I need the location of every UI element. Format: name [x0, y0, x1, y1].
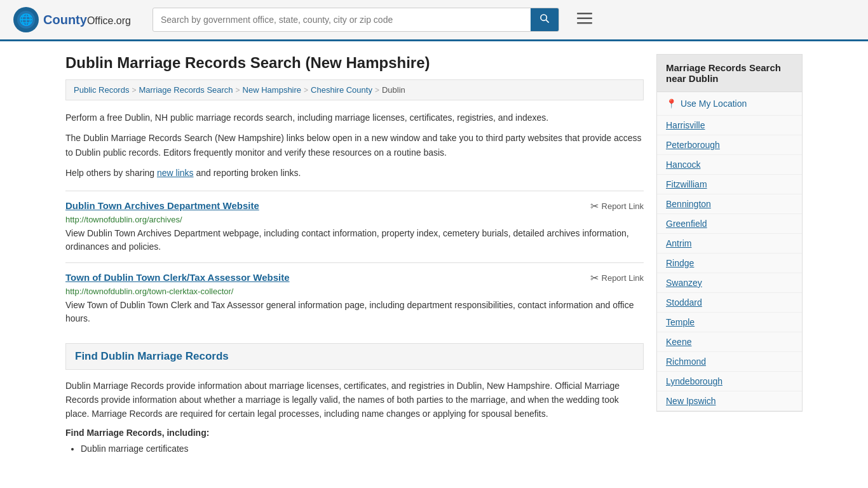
- logo-icon: 🌐: [13, 6, 39, 33]
- search-bar: [153, 8, 559, 32]
- sidebar-title: Marriage Records Search near Dublin: [657, 55, 802, 92]
- sidebar-link-rindge[interactable]: Rindge: [657, 254, 802, 273]
- help-text: Help others by sharing new links and rep…: [65, 166, 644, 180]
- resource-desc-2: View Town of Dublin Town Clerk and Tax A…: [65, 299, 644, 325]
- logo[interactable]: 🌐 CountyOffice.org: [13, 6, 140, 33]
- resource-url-2[interactable]: http://townofdublin.org/town-clerktax-co…: [65, 287, 644, 296]
- svg-rect-6: [577, 18, 592, 20]
- find-list: Dublin marriage certificates: [81, 442, 644, 457]
- sidebar-link-bennington[interactable]: Bennington: [657, 194, 802, 214]
- sidebar-link-richmond[interactable]: Richmond: [657, 352, 802, 372]
- breadcrumb-marriage-records-search[interactable]: Marriage Records Search: [139, 85, 233, 95]
- find-desc: Dublin Marriage Records provide informat…: [65, 379, 644, 421]
- search-input[interactable]: [153, 10, 531, 30]
- report-icon-2: ✂: [590, 272, 599, 284]
- location-icon: 📍: [666, 98, 677, 109]
- find-section-title: Find Dublin Marriage Records: [75, 350, 634, 363]
- sidebar-box: Marriage Records Search near Dublin 📍 Us…: [656, 54, 803, 412]
- site-header: 🌐 CountyOffice.org: [0, 0, 868, 41]
- search-button[interactable]: [531, 8, 559, 31]
- resource-title-2[interactable]: Town of Dublin Town Clerk/Tax Assessor W…: [65, 272, 290, 283]
- breadcrumb-new-hampshire[interactable]: New Hampshire: [243, 85, 301, 95]
- find-list-item-1: Dublin marriage certificates: [81, 442, 644, 457]
- sidebar-link-new-ipswich[interactable]: New Ipswich: [657, 391, 802, 411]
- breadcrumb-dublin: Dublin: [382, 85, 405, 95]
- sidebar-link-fitzwilliam[interactable]: Fitzwilliam: [657, 175, 802, 194]
- svg-line-4: [546, 20, 548, 22]
- intro-text-2: The Dublin Marriage Records Search (New …: [65, 131, 644, 159]
- svg-point-3: [541, 15, 546, 20]
- new-links-link[interactable]: new links: [157, 168, 194, 178]
- find-section: Find Dublin Marriage Records: [65, 343, 644, 370]
- page-title: Dublin Marriage Records Search (New Hamp…: [65, 54, 644, 72]
- svg-rect-7: [577, 22, 592, 24]
- svg-rect-5: [577, 13, 592, 15]
- resource-desc-1: View Dublin Town Archives Department web…: [65, 227, 644, 254]
- sidebar-link-greenfield[interactable]: Greenfield: [657, 214, 802, 234]
- report-link-1[interactable]: ✂ Report Link: [590, 200, 644, 212]
- sidebar-link-temple[interactable]: Temple: [657, 313, 802, 332]
- resource-card-2: Town of Dublin Town Clerk/Tax Assessor W…: [65, 262, 644, 334]
- sidebar-link-peterborough[interactable]: Peterborough: [657, 135, 802, 155]
- main-layout: Dublin Marriage Records Search (New Hamp…: [53, 41, 815, 457]
- resource-url-1[interactable]: http://townofdublin.org/archives/: [65, 215, 644, 224]
- sidebar: Marriage Records Search near Dublin 📍 Us…: [656, 54, 803, 457]
- logo-text: CountyOffice.org: [43, 13, 131, 27]
- breadcrumb-public-records[interactable]: Public Records: [74, 85, 129, 95]
- sidebar-link-stoddard[interactable]: Stoddard: [657, 293, 802, 313]
- sidebar-link-lyndeborough[interactable]: Lyndeborough: [657, 372, 802, 391]
- find-includes-title: Find Marriage Records, including:: [65, 428, 644, 438]
- use-my-location[interactable]: 📍 Use My Location: [657, 92, 802, 116]
- sidebar-links: HarrisvillePeterboroughHancockFitzwillia…: [657, 116, 802, 411]
- resource-card-1: Dublin Town Archives Department Website …: [65, 191, 644, 262]
- report-icon-1: ✂: [590, 200, 599, 212]
- sidebar-link-swanzey[interactable]: Swanzey: [657, 273, 802, 293]
- content-area: Dublin Marriage Records Search (New Hamp…: [65, 54, 644, 457]
- breadcrumb: Public Records > Marriage Records Search…: [65, 79, 644, 100]
- report-link-2[interactable]: ✂ Report Link: [590, 272, 644, 284]
- sidebar-link-harrisville[interactable]: Harrisville: [657, 116, 802, 135]
- hamburger-button[interactable]: [572, 9, 597, 30]
- sidebar-link-hancock[interactable]: Hancock: [657, 155, 802, 175]
- resource-title-1[interactable]: Dublin Town Archives Department Website: [65, 200, 259, 211]
- breadcrumb-cheshire-county[interactable]: Cheshire County: [311, 85, 372, 95]
- sidebar-link-antrim[interactable]: Antrim: [657, 234, 802, 254]
- svg-text:🌐: 🌐: [19, 13, 34, 27]
- sidebar-link-keene[interactable]: Keene: [657, 332, 802, 352]
- intro-text-1: Perform a free Dublin, NH public marriag…: [65, 111, 644, 125]
